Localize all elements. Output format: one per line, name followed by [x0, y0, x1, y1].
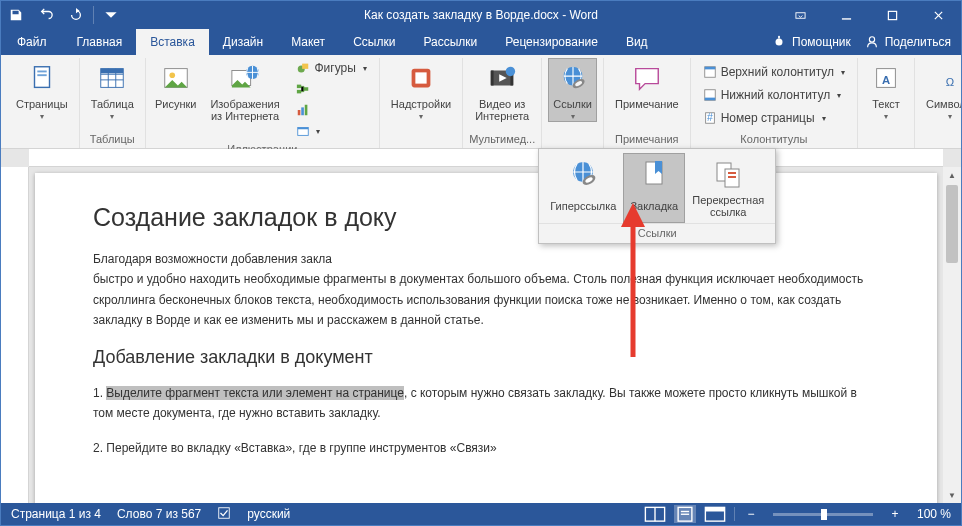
svg-text:#: # [707, 111, 713, 123]
pictures-icon [160, 62, 192, 94]
tab-view[interactable]: Вид [612, 29, 662, 55]
group-media-label: Мультимед... [469, 131, 535, 146]
status-language[interactable]: русский [247, 507, 290, 521]
comment-button[interactable]: Примечание [610, 58, 684, 111]
crossref-button[interactable]: Перекрестная ссылка [685, 153, 771, 223]
tab-mailings[interactable]: Рассылки [409, 29, 491, 55]
addins-button[interactable]: Надстройки ▾ [386, 58, 456, 122]
tab-design[interactable]: Дизайн [209, 29, 277, 55]
chart-button[interactable] [290, 100, 372, 120]
caret-icon: ▾ [110, 112, 114, 121]
online-pictures-label: Изображения из Интернета [209, 98, 282, 122]
tab-layout[interactable]: Макет [277, 29, 339, 55]
footer-button[interactable]: Нижний колонтитул▾ [697, 85, 851, 105]
dropdown-group-label: Ссылки [539, 223, 775, 243]
doc-heading-2: Добавление закладки в документ [93, 347, 879, 368]
shapes-label: Фигуры [314, 61, 355, 75]
tab-file[interactable]: Файл [1, 29, 63, 55]
zoom-slider[interactable] [773, 513, 873, 516]
scroll-up-button[interactable]: ▲ [943, 167, 961, 183]
svg-point-30 [506, 67, 515, 76]
online-pictures-button[interactable]: Изображения из Интернета [204, 58, 287, 123]
scroll-down-button[interactable]: ▼ [943, 487, 961, 503]
scroll-thumb[interactable] [946, 185, 958, 263]
maximize-button[interactable] [869, 1, 915, 29]
pages-label: Страницы [16, 98, 68, 110]
svg-rect-21 [302, 107, 305, 115]
bookmark-label: Закладка [630, 194, 678, 218]
group-comments-label: Примечания [615, 131, 679, 146]
close-button[interactable] [915, 1, 961, 29]
svg-rect-41 [728, 176, 736, 178]
svg-rect-43 [704, 67, 715, 70]
titlebar: Как создать закладку в Ворде.docx - Word [1, 1, 961, 29]
qat-customize-button[interactable] [96, 1, 126, 29]
group-tables-label: Таблицы [90, 131, 135, 146]
minimize-button[interactable] [823, 1, 869, 29]
svg-rect-26 [415, 72, 426, 83]
pages-button[interactable]: Страницы ▾ [11, 58, 73, 122]
zoom-level[interactable]: 100 % [911, 507, 951, 521]
tab-references[interactable]: Ссылки [339, 29, 409, 55]
document-page[interactable]: Создание закладок в доку Благодаря возмо… [35, 173, 937, 503]
doc-paragraph-3: 2. Перейдите во вкладку «Вставка», где в… [93, 437, 879, 457]
addins-icon [405, 62, 437, 94]
svg-rect-52 [219, 507, 230, 518]
save-button[interactable] [1, 1, 31, 29]
svg-rect-17 [297, 85, 301, 89]
pictures-label: Рисунки [155, 98, 197, 110]
vertical-scrollbar[interactable]: ▲ ▼ [943, 167, 961, 503]
caret-icon: ▾ [884, 112, 888, 121]
svg-point-3 [776, 39, 783, 46]
redo-button[interactable] [61, 1, 91, 29]
bookmark-button[interactable]: Закладка [623, 153, 685, 223]
svg-rect-24 [298, 128, 309, 130]
text-button[interactable]: A Текст ▾ [864, 58, 908, 122]
hyperlink-button[interactable]: Гиперссылка [543, 153, 623, 223]
ribbon-tabstrip: Файл Главная Вставка Дизайн Макет Ссылки… [1, 29, 961, 55]
statusbar: Страница 1 из 4 Слово 7 из 567 русский −… [1, 503, 961, 525]
tab-home[interactable]: Главная [63, 29, 137, 55]
caret-icon: ▾ [419, 112, 423, 121]
tell-me-helper[interactable]: Помощник [772, 35, 851, 49]
table-icon [96, 62, 128, 94]
view-readmode-button[interactable] [644, 505, 666, 523]
status-spellcheck[interactable] [217, 506, 231, 523]
vertical-ruler[interactable] [1, 167, 29, 503]
pictures-button[interactable]: Рисунки [152, 58, 200, 111]
svg-rect-19 [304, 87, 308, 91]
ribbon-options-button[interactable] [777, 1, 823, 29]
group-addins-label [419, 131, 422, 146]
screenshot-button[interactable]: ▾ [290, 121, 372, 141]
links-split-button[interactable]: Ссылки ▾ [548, 58, 597, 122]
page-number-button[interactable]: #Номер страницы▾ [697, 108, 851, 128]
doc-paragraph-1: Благодаря возможности добавления заклабы… [93, 248, 879, 329]
quick-access-toolbar [1, 1, 126, 29]
header-button[interactable]: Верхний колонтитул▾ [697, 62, 851, 82]
online-video-button[interactable]: Видео из Интернета [469, 58, 535, 123]
caret-icon: ▾ [948, 112, 952, 121]
view-weblayout-button[interactable] [704, 505, 726, 523]
table-button[interactable]: Таблица ▾ [86, 58, 139, 122]
status-page[interactable]: Страница 1 из 4 [11, 507, 101, 521]
share-button[interactable]: Поделиться [865, 35, 951, 49]
svg-rect-2 [888, 11, 896, 19]
shapes-button[interactable]: Фигуры▾ [290, 58, 372, 78]
hyperlink-label: Гиперссылка [550, 194, 616, 218]
svg-rect-59 [705, 507, 724, 511]
status-wordcount[interactable]: Слово 7 из 567 [117, 507, 201, 521]
svg-point-5 [869, 37, 874, 42]
horizontal-ruler[interactable] [29, 149, 943, 167]
view-printlayout-button[interactable] [674, 505, 696, 523]
doc-paragraph-2: 1. Выделите фрагмент текста или элемент … [93, 382, 879, 423]
smartart-button[interactable] [290, 79, 372, 99]
symbols-button[interactable]: Ω Символы ▾ [921, 58, 962, 122]
symbols-icon: Ω [934, 62, 962, 94]
zoom-in-button[interactable]: + [887, 507, 903, 521]
tab-insert[interactable]: Вставка [136, 29, 209, 55]
svg-text:A: A [882, 74, 890, 86]
undo-button[interactable] [31, 1, 61, 29]
zoom-out-button[interactable]: − [743, 507, 759, 521]
svg-rect-10 [101, 69, 124, 74]
tab-review[interactable]: Рецензирование [491, 29, 612, 55]
